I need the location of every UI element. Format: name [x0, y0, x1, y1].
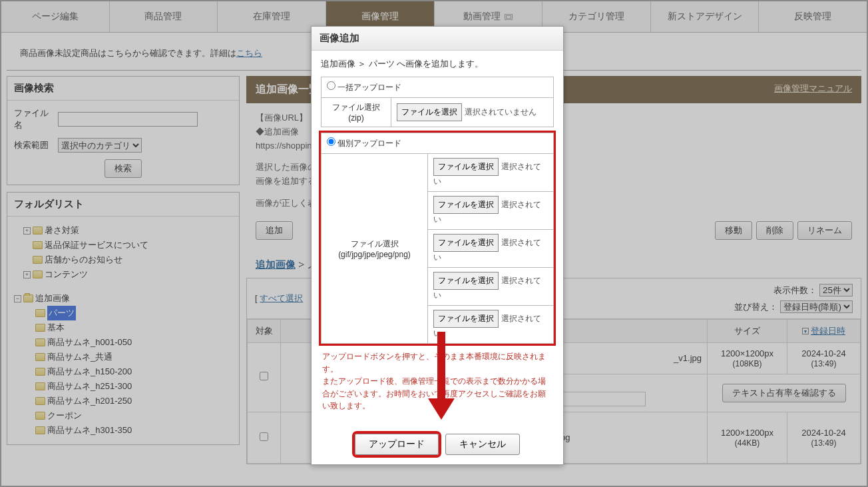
tab-page-edit[interactable]: ページ編集 — [1, 1, 110, 32]
col-target: 対象 — [248, 319, 281, 342]
tree-item[interactable]: 基本 — [26, 320, 235, 335]
cancel-button[interactable]: キャンセル — [445, 434, 520, 455]
file-select-button-3[interactable]: ファイルを選択 — [433, 234, 499, 252]
upload-button[interactable]: アップロード — [355, 434, 439, 455]
tree-item[interactable]: 返品保証サービスについて — [23, 238, 235, 252]
modal-path: 追加画像 ＞ パーツ へ画像を追加します。 — [321, 59, 554, 70]
bulk-upload-radio[interactable]: 一括アップロード — [327, 83, 401, 92]
tree-item-parts[interactable]: パーツ — [26, 306, 235, 320]
window-icon — [505, 14, 513, 20]
tree-item[interactable]: 商品サムネ_h251-300 — [26, 379, 235, 394]
text-share-button[interactable]: テキスト占有率を確認する — [722, 384, 846, 402]
rename-button[interactable]: リネーム — [797, 221, 852, 240]
tree-item[interactable]: 店舗からのお知らせ — [23, 252, 235, 267]
sort-label: 並び替え： — [734, 302, 777, 312]
individual-file-label: ファイル選択 (gif/jpg/jpe/jpeg/png) — [322, 154, 428, 344]
individual-upload-radio[interactable]: 個別アップロード — [327, 139, 401, 148]
annotation-arrow-icon — [433, 332, 450, 418]
tree-item[interactable]: +暑さ対策 — [23, 223, 235, 238]
sidebar: 画像検索 ファイル名 検索範囲選択中のカテゴリ 検索 フォルダリスト +暑さ対策… — [7, 76, 240, 464]
file-select-button-5[interactable]: ファイルを選択 — [433, 310, 499, 328]
image-add-modal: 画像追加 追加画像 ＞ パーツ へ画像を追加します。 一括アップロード ファイル… — [311, 26, 564, 465]
add-button[interactable]: 追加 — [256, 221, 293, 240]
bulk-file-button[interactable]: ファイルを選択 — [397, 103, 462, 121]
sort-select[interactable]: 登録日時(降順) — [780, 300, 853, 313]
tree-item[interactable]: 商品サムネ_共通 — [26, 350, 235, 364]
tree-item-root[interactable]: −追加画像 — [14, 291, 235, 306]
tab-product-mgmt[interactable]: 商品管理 — [110, 1, 218, 32]
breadcrumb-link[interactable]: 追加画像 — [256, 258, 296, 270]
file-select-button-2[interactable]: ファイルを選択 — [433, 196, 499, 214]
manual-link[interactable]: 画像管理マニュアル — [774, 83, 852, 97]
individual-upload-section: 個別アップロード ファイル選択 (gif/jpg/jpe/jpeg/png) フ… — [321, 133, 554, 344]
cell-date: 2024-10-24(13:49) — [787, 412, 861, 463]
file-select-button-4[interactable]: ファイルを選択 — [433, 272, 499, 290]
filename-input[interactable] — [58, 112, 198, 127]
scope-select[interactable]: 選択中のカテゴリ — [58, 138, 142, 153]
filename-label: ファイル名 — [14, 107, 54, 131]
tab-stock-mgmt[interactable]: 在庫管理 — [218, 1, 326, 32]
cell-size: 1200×1200px(44KB) — [708, 412, 787, 463]
search-button[interactable]: 検索 — [105, 159, 142, 178]
search-title: 画像検索 — [7, 77, 239, 101]
tree-item[interactable]: +コンテンツ — [23, 267, 235, 282]
scope-label: 検索範囲 — [14, 139, 54, 151]
row-checkbox[interactable] — [260, 432, 268, 441]
file-select-button-1[interactable]: ファイルを選択 — [433, 158, 499, 176]
folder-tree: +暑さ対策 返品保証サービスについて 店舗からのお知らせ +コンテンツ −追加画… — [7, 217, 239, 444]
tree-item[interactable]: 商品サムネ_h150-200 — [26, 364, 235, 379]
move-button[interactable]: 移動 — [715, 221, 752, 240]
bulk-no-file: 選択されていません — [465, 107, 537, 117]
cell-date: 2024-10-24(13:49) — [787, 342, 861, 374]
row-checkbox[interactable] — [260, 372, 268, 380]
tab-store-design[interactable]: 新ストアデザイン — [651, 1, 760, 32]
info-link[interactable]: こちら — [236, 48, 262, 58]
col-size: サイズ — [708, 319, 787, 342]
tree-item[interactable]: 商品サムネ_h301-350 — [26, 423, 235, 438]
tab-reflect-mgmt[interactable]: 反映管理 — [759, 1, 867, 32]
folder-list-title: フォルダリスト — [7, 193, 239, 217]
bulk-file-label: ファイル選択 (zip) — [322, 98, 391, 127]
tree-item[interactable]: クーポン — [26, 408, 235, 423]
col-date[interactable]: ▼登録日時 — [787, 319, 861, 342]
cell-size: 1200×1200px(108KB) — [708, 342, 787, 374]
tree-item[interactable]: 商品サムネ_h001-050 — [26, 335, 235, 350]
display-count-select[interactable]: 25件 — [819, 284, 853, 296]
select-all-link[interactable]: すべて選択 — [260, 293, 303, 303]
delete-button[interactable]: 削除 — [756, 221, 793, 240]
modal-title: 画像追加 — [312, 27, 563, 51]
tree-item[interactable]: 商品サムネ_h201-250 — [26, 394, 235, 408]
display-count-label: 表示件数： — [773, 285, 817, 295]
